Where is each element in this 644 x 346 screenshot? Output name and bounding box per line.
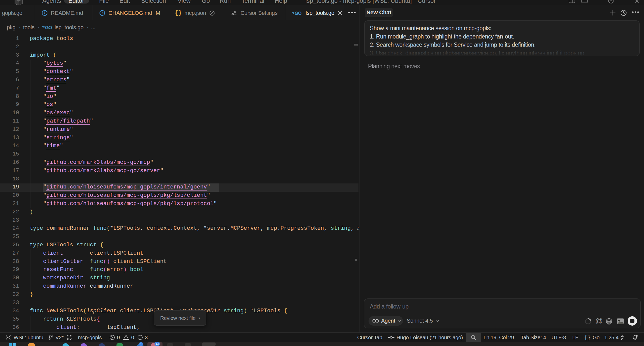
svg-text:GO: GO — [45, 25, 52, 30]
svg-text:GO: GO — [295, 11, 301, 16]
